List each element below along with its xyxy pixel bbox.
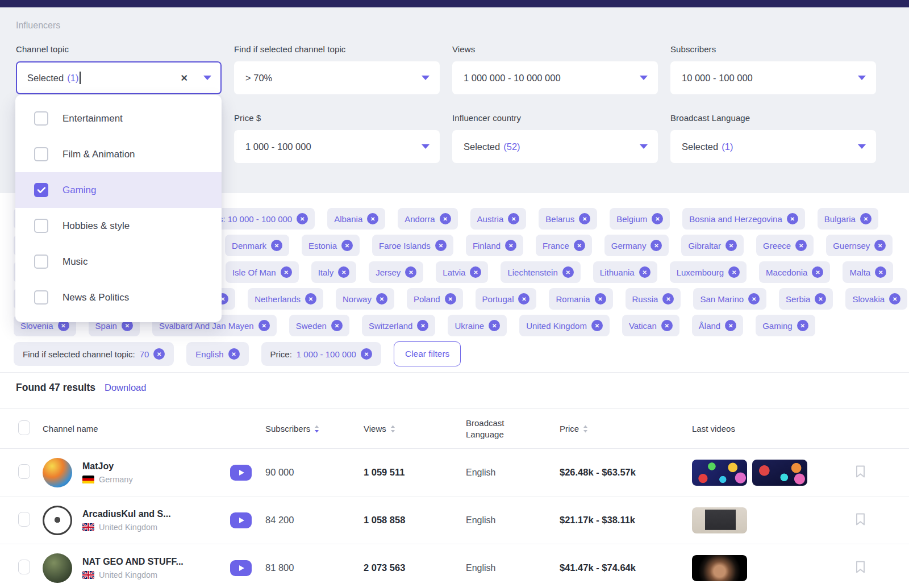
chip-remove-icon[interactable]: ✕: [331, 320, 343, 331]
filter-price: Price $ 1 000 - 100 000: [234, 113, 440, 163]
chip-remove-icon[interactable]: ✕: [376, 293, 387, 305]
chip-remove-icon[interactable]: ✕: [815, 293, 826, 305]
chip-remove-icon[interactable]: ✕: [489, 320, 500, 331]
video-thumbnail-pacman[interactable]: [692, 460, 747, 486]
chip-remove-icon[interactable]: ✕: [574, 240, 585, 251]
chip-remove-icon[interactable]: ✕: [797, 320, 808, 331]
chip-remove-icon[interactable]: ✕: [508, 213, 519, 224]
chip-remove-icon[interactable]: ✕: [579, 213, 590, 224]
filter-chip-greece: Greece✕: [756, 235, 814, 256]
column-header-price[interactable]: Price: [560, 424, 692, 433]
chip-remove-icon[interactable]: ✕: [305, 293, 316, 305]
chip-remove-icon[interactable]: ✕: [591, 320, 603, 331]
chip-remove-icon[interactable]: ✕: [297, 213, 308, 224]
chip-remove-icon[interactable]: ✕: [595, 293, 606, 305]
chip-remove-icon[interactable]: ✕: [417, 320, 428, 331]
chip-remove-icon[interactable]: ✕: [518, 293, 529, 305]
subscribers-select[interactable]: 10 000 - 100 000: [670, 61, 876, 94]
chip-remove-icon[interactable]: ✕: [725, 320, 736, 331]
chip-remove-icon[interactable]: ✕: [748, 293, 760, 305]
chip-remove-icon[interactable]: ✕: [860, 213, 872, 224]
select-all-checkbox[interactable]: [18, 420, 30, 435]
bookmark-icon[interactable]: [855, 560, 866, 574]
column-header-views[interactable]: Views: [364, 424, 466, 433]
chip-remove-icon[interactable]: ✕: [875, 266, 886, 278]
bookmark-icon[interactable]: [855, 512, 866, 526]
chip-remove-icon[interactable]: ✕: [258, 320, 270, 331]
channel-name[interactable]: NAT GEO AND STUFF...: [82, 557, 184, 567]
chip-remove-icon[interactable]: ✕: [725, 240, 737, 251]
chip-remove-icon[interactable]: ✕: [652, 213, 663, 224]
topic-option-label: Gaming: [62, 185, 97, 196]
chip-remove-icon[interactable]: ✕: [651, 240, 662, 251]
chip-remove-icon[interactable]: ✕: [812, 266, 823, 278]
views-select[interactable]: 1 000 000 - 10 000 000: [452, 61, 658, 94]
chip-remove-icon[interactable]: ✕: [405, 266, 416, 278]
chip-remove-icon[interactable]: ✕: [470, 266, 481, 278]
chip-value: Bulgaria: [824, 214, 856, 224]
results-bar: Found 47 results Download: [0, 373, 909, 408]
chip-remove-icon[interactable]: ✕: [367, 213, 378, 224]
chip-remove-icon[interactable]: ✕: [153, 348, 165, 360]
topic-option-list: EntertainmentFilm & AnimationGamingHobbi…: [15, 101, 222, 315]
video-thumbnail-unboxing[interactable]: [692, 507, 747, 533]
column-header-subscribers[interactable]: Subscribers: [265, 424, 364, 433]
channel-name[interactable]: MatJoy: [82, 461, 133, 472]
chip-remove-icon[interactable]: ✕: [874, 240, 886, 251]
bookmark-icon[interactable]: [855, 465, 866, 478]
last-videos: [692, 460, 855, 486]
header-label: Price: [560, 424, 579, 433]
video-thumbnail-fisheye[interactable]: [692, 555, 747, 581]
chip-remove-icon[interactable]: ✕: [271, 240, 282, 251]
table-row-nat-geo-and-stuff: NAT GEO AND STUFF...United Kingdom81 800…: [0, 544, 909, 588]
filter-chip-andorra: Andorra✕: [398, 208, 457, 230]
chip-remove-icon[interactable]: ✕: [281, 266, 292, 278]
broadcast-language-select[interactable]: Selected (1): [670, 130, 876, 163]
influencer-country-select[interactable]: Selected (52): [452, 130, 658, 163]
topic-option-film-animation[interactable]: Film & Animation: [15, 136, 222, 172]
chip-remove-icon[interactable]: ✕: [338, 266, 349, 278]
topic-option-news-politics[interactable]: News & Politics: [15, 280, 222, 315]
row-checkbox[interactable]: [18, 512, 30, 527]
chip-value: Andorra: [405, 214, 435, 224]
chip-remove-icon[interactable]: ✕: [505, 240, 516, 251]
chip-value: Denmark: [232, 241, 266, 251]
chip-remove-icon[interactable]: ✕: [639, 266, 651, 278]
play-video-button[interactable]: [230, 465, 252, 481]
chip-remove-icon[interactable]: ✕: [662, 293, 674, 305]
video-thumbnail-amongus[interactable]: [752, 460, 807, 486]
results-count: Found 47 results: [16, 382, 95, 394]
clear-filters-button[interactable]: Clear filters: [394, 341, 461, 366]
play-video-button[interactable]: [230, 560, 252, 576]
chip-remove-icon[interactable]: ✕: [889, 293, 900, 305]
filter-chip-netherlands: Netherlands✕: [248, 288, 323, 310]
chip-remove-icon[interactable]: ✕: [787, 213, 798, 224]
channel-name[interactable]: ArcadiusKul and S...: [82, 509, 171, 519]
price-select[interactable]: 1 000 - 100 000: [234, 130, 440, 163]
row-checkbox[interactable]: [18, 560, 30, 574]
chip-remove-icon[interactable]: ✕: [445, 293, 456, 305]
download-link[interactable]: Download: [105, 382, 146, 393]
chip-remove-icon[interactable]: ✕: [795, 240, 807, 251]
channel-topic-select[interactable]: Selected (1) ✕: [16, 61, 222, 94]
chip-remove-icon[interactable]: ✕: [728, 266, 740, 278]
chip-remove-icon[interactable]: ✕: [435, 240, 447, 251]
clear-selection-icon[interactable]: ✕: [181, 73, 188, 84]
topic-option-music[interactable]: Music: [15, 244, 222, 280]
topic-option-hobbies-style[interactable]: Hobbies & style: [15, 208, 222, 244]
chip-remove-icon[interactable]: ✕: [562, 266, 574, 278]
topic-option-entertainment[interactable]: Entertainment: [15, 101, 222, 136]
play-video-button[interactable]: [230, 512, 252, 528]
filter-chip-portugal: Portugal✕: [476, 288, 537, 310]
chip-remove-icon[interactable]: ✕: [361, 348, 372, 360]
chip-remove-icon[interactable]: ✕: [661, 320, 673, 331]
header-label: Channel name: [43, 424, 98, 433]
row-checkbox[interactable]: [18, 464, 30, 479]
topic-option-gaming[interactable]: Gaming: [15, 172, 222, 208]
chip-value: Netherlands: [255, 294, 301, 304]
chip-value: English: [195, 349, 223, 359]
chip-remove-icon[interactable]: ✕: [228, 348, 240, 360]
find-topic-select[interactable]: > 70%: [234, 61, 440, 94]
chip-remove-icon[interactable]: ✕: [440, 213, 451, 224]
chip-remove-icon[interactable]: ✕: [341, 240, 353, 251]
